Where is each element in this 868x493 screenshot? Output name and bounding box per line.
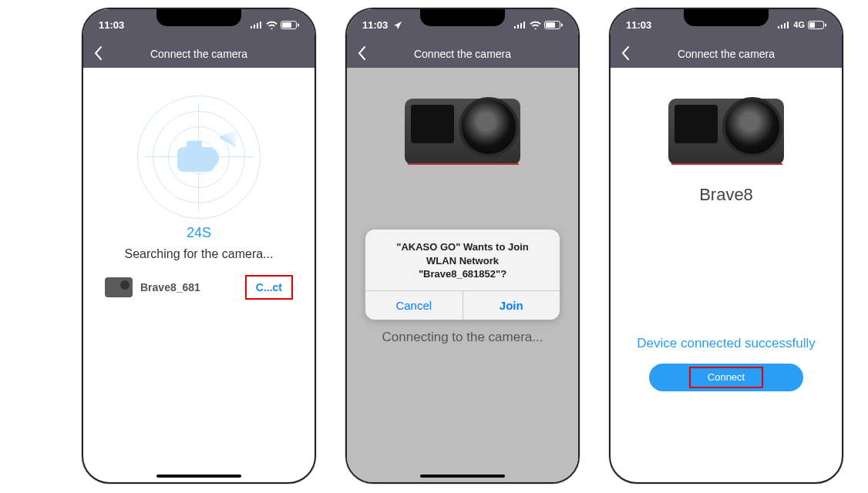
svg-rect-10 <box>514 26 516 29</box>
home-indicator <box>156 475 241 478</box>
nav-title: Connect the camera <box>678 48 775 60</box>
svg-rect-19 <box>784 23 786 29</box>
battery-icon <box>808 21 826 29</box>
nav-title: Connect the camera <box>150 48 247 60</box>
radar-graphic <box>137 96 261 219</box>
status-time: 11:03 <box>362 19 388 31</box>
alert-line3: "Brave8_681852"? <box>378 267 547 281</box>
alert-line2: WLAN Network <box>378 254 547 268</box>
found-device-row[interactable]: Brave8_681 C...ct <box>105 275 293 300</box>
svg-rect-22 <box>809 22 815 28</box>
wifi-icon <box>530 21 541 29</box>
nav-bar: Connect the camera <box>611 40 842 68</box>
back-icon[interactable] <box>621 46 629 62</box>
svg-rect-16 <box>561 23 563 26</box>
svg-rect-11 <box>517 25 519 29</box>
home-indicator <box>420 475 505 478</box>
battery-icon <box>281 21 299 29</box>
cell-signal-icon <box>251 21 263 29</box>
screen-connecting: Connecting to the camera... "AKASO GO" W… <box>347 68 578 482</box>
location-arrow-icon <box>394 22 402 29</box>
alert-line1: "AKASO GO" Wants to Join <box>378 240 547 254</box>
svg-rect-0 <box>251 26 252 29</box>
countdown-text: 24S <box>83 225 315 241</box>
svg-rect-6 <box>298 23 299 26</box>
wlan-join-alert: "AKASO GO" Wants to Join WLAN Network "B… <box>365 230 560 320</box>
svg-rect-23 <box>825 23 826 26</box>
device-name-label: Brave8_681 <box>140 281 245 293</box>
battery-icon <box>544 21 563 29</box>
camera-silhouette-icon <box>174 138 224 176</box>
camera-image <box>397 88 528 173</box>
connect-link[interactable]: C...ct <box>245 275 293 300</box>
svg-point-8 <box>197 147 219 169</box>
wifi-icon <box>266 21 278 29</box>
connect-button[interactable]: Connect <box>649 364 803 391</box>
searching-text: Searching for the camera... <box>83 247 315 261</box>
svg-rect-15 <box>546 22 555 28</box>
svg-rect-1 <box>254 25 255 29</box>
nav-bar: Connect the camera <box>347 40 578 68</box>
back-icon[interactable] <box>94 46 102 62</box>
svg-rect-13 <box>523 22 525 29</box>
nav-bar: Connect the camera <box>83 40 315 68</box>
status-time: 11:03 <box>99 19 124 31</box>
success-message: Device connected successfully <box>611 336 842 351</box>
svg-rect-12 <box>520 23 522 29</box>
status-time: 11:03 <box>626 19 651 31</box>
camera-thumb-icon <box>105 277 133 297</box>
phone-notch <box>156 9 241 26</box>
join-button[interactable]: Join <box>463 291 560 320</box>
svg-rect-20 <box>787 22 789 29</box>
cell-signal-icon <box>778 21 790 29</box>
back-icon[interactable] <box>358 46 365 62</box>
connecting-text: Connecting to the camera... <box>347 330 578 345</box>
camera-image <box>661 88 792 173</box>
cell-signal-icon <box>514 21 527 29</box>
svg-rect-18 <box>781 25 782 29</box>
nav-title: Connect the camera <box>414 48 511 60</box>
svg-rect-2 <box>257 23 258 29</box>
cancel-button[interactable]: Cancel <box>365 291 463 320</box>
device-title: Brave8 <box>611 185 842 205</box>
screen-success: Brave8 Device connected successfully Con… <box>611 68 842 482</box>
phone-notch <box>684 9 769 26</box>
network-4g-label: 4G <box>793 20 805 29</box>
alert-message: "AKASO GO" Wants to Join WLAN Network "B… <box>365 230 560 290</box>
svg-rect-5 <box>282 22 291 28</box>
screen-searching: 24S Searching for the camera... Brave8_6… <box>83 68 315 482</box>
svg-rect-3 <box>260 22 261 29</box>
svg-rect-9 <box>187 141 202 149</box>
svg-rect-17 <box>778 26 779 29</box>
phone-notch <box>420 9 505 26</box>
